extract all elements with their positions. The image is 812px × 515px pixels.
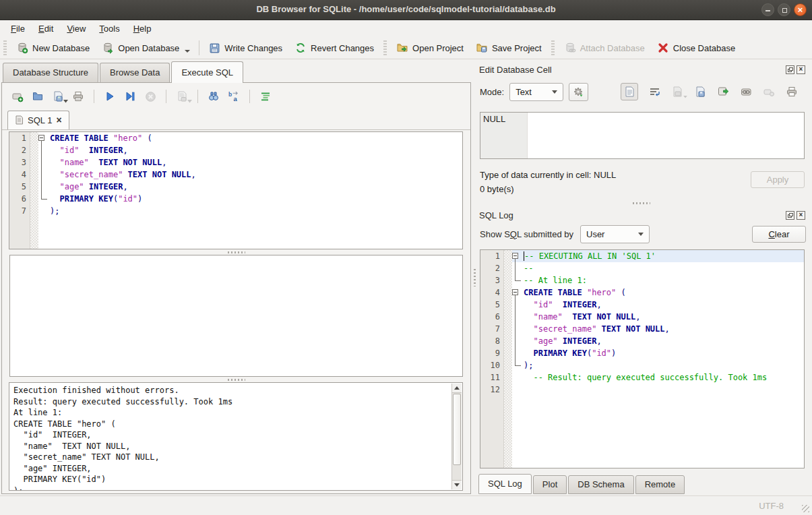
open-project-icon (396, 42, 408, 54)
close-dock-icon[interactable]: × (797, 65, 805, 74)
fold-marker (512, 335, 522, 347)
results-messages-splitter[interactable] (2, 377, 470, 382)
menu-tools[interactable]: Tools (92, 22, 126, 36)
attach-database-button: Attach Database (558, 39, 651, 57)
execute-line-button[interactable] (124, 90, 136, 102)
tab-sql-log[interactable]: SQL Log (478, 474, 532, 494)
close-button[interactable]: × (794, 3, 807, 16)
code-line: 5 "id" INTEGER, (480, 299, 804, 311)
line-number: 3 (9, 156, 30, 169)
fold-marker[interactable] (512, 286, 522, 299)
menu-file[interactable]: File (4, 22, 32, 36)
vertical-splitter[interactable] (472, 59, 477, 495)
maximize-button[interactable] (778, 3, 790, 16)
edit-cell-dock-header: Edit Database Cell × (477, 62, 806, 77)
line-number: 9 (480, 347, 504, 359)
tab-execute-sql[interactable]: Execute SQL (171, 61, 243, 83)
code-line: 1-- EXECUTING ALL IN 'SQL 1' (480, 250, 804, 262)
execute-sql-button[interactable] (104, 90, 116, 102)
execution-message-pane[interactable]: Execution finished without errors. Resul… (9, 382, 463, 491)
fold-margin (512, 384, 522, 396)
sql-file-icon (15, 115, 24, 125)
code-line: 5 "age" INTEGER, (9, 181, 462, 193)
code-line: 7 "secret_name" TEXT NOT NULL, (480, 323, 804, 335)
mode-select[interactable]: Text (509, 83, 563, 101)
tab-plot[interactable]: Plot (533, 475, 567, 494)
print-cell-icon[interactable] (785, 85, 799, 98)
float-dock-icon[interactable] (786, 211, 794, 220)
text-view-icon[interactable] (621, 83, 638, 100)
new-database-icon (16, 42, 28, 54)
revert-changes-button[interactable]: Revert Changes (288, 39, 380, 57)
sql-tab-bar: SQL 1 × (2, 110, 470, 130)
line-number: 2 (480, 262, 504, 274)
fold-margin (38, 205, 49, 217)
tab-database-structure[interactable]: Database Structure (3, 63, 98, 82)
close-database-button[interactable]: Close Database (651, 39, 742, 57)
results-grid[interactable] (9, 255, 463, 377)
line-number: 8 (480, 335, 504, 347)
resize-grip[interactable] (802, 505, 809, 512)
format-sql-icon[interactable] (259, 90, 272, 102)
find-button[interactable] (208, 90, 220, 102)
line-number: 4 (9, 169, 30, 181)
tab-remote[interactable]: Remote (635, 475, 685, 494)
save-project-button[interactable]: Save Project (470, 39, 548, 57)
cell-log-splitter[interactable] (477, 198, 806, 208)
fold-marker (38, 181, 49, 193)
open-sql-file-button[interactable] (32, 90, 44, 102)
scrollbar-thumb[interactable] (453, 394, 461, 465)
minimize-button[interactable] (761, 3, 774, 16)
cell-value-editor[interactable]: NULL (480, 112, 805, 159)
revert-changes-icon (294, 42, 307, 54)
tab-db-schema[interactable]: DB Schema (568, 475, 633, 494)
sql-1-tab[interactable]: SQL 1 × (7, 111, 69, 129)
line-number: 3 (480, 274, 504, 286)
fold-marker[interactable] (512, 250, 522, 262)
word-wrap-icon[interactable] (648, 85, 661, 98)
menu-view[interactable]: View (60, 22, 92, 36)
auto-detect-button[interactable] (569, 83, 588, 101)
editor-results-splitter[interactable] (2, 249, 470, 255)
save-sql-file-button[interactable] (52, 90, 64, 102)
close-sql-tab-icon[interactable]: × (56, 115, 61, 125)
toolbar-drag-handle[interactable] (3, 40, 7, 55)
toolbar-drag-handle[interactable] (551, 40, 555, 55)
encoding-indicator[interactable]: UTF-8 (759, 501, 784, 511)
toolbar-drag-handle[interactable] (383, 40, 387, 55)
cell-size-info: 0 byte(s) (480, 184, 751, 194)
menu-edit[interactable]: Edit (32, 22, 60, 36)
save-as-icon[interactable] (693, 85, 707, 98)
submitted-by-select[interactable]: User (580, 225, 650, 243)
open-database-button[interactable]: Open Database (96, 39, 196, 57)
line-number: 12 (480, 384, 504, 396)
scroll-down-arrow[interactable] (452, 480, 462, 489)
print-button[interactable] (72, 90, 84, 102)
open-project-button[interactable]: Open Project (390, 39, 470, 57)
write-changes-button[interactable]: Write Changes (202, 39, 288, 57)
close-dock-icon[interactable]: × (797, 211, 805, 220)
sql-log-view[interactable]: 1-- EXECUTING ALL IN 'SQL 1'2--3-- At li… (480, 249, 805, 468)
sql-editor[interactable]: 1CREATE TABLE "hero" (2 "id" INTEGER,3 "… (9, 131, 463, 249)
replace-button[interactable]: ba (228, 90, 240, 102)
messages-scrollbar[interactable] (451, 384, 462, 489)
new-database-button[interactable]: New Database (10, 39, 96, 57)
menu-help[interactable]: Help (127, 22, 158, 36)
line-number: 2 (9, 144, 30, 156)
execution-message-text: Execution finished without errors. Resul… (13, 385, 462, 491)
main-tab-bar: Database Structure Browse Data Execute S… (0, 59, 472, 82)
float-dock-icon[interactable] (786, 65, 794, 74)
fold-marker (512, 274, 522, 286)
link-icon[interactable] (739, 85, 753, 98)
open-database-icon (102, 42, 114, 54)
set-null-icon (762, 85, 776, 98)
new-sql-tab-button[interactable] (11, 90, 24, 102)
close-database-icon (657, 42, 669, 54)
clear-button[interactable]: Clear (752, 226, 806, 243)
fold-marker[interactable] (38, 132, 49, 144)
tab-browse-data[interactable]: Browse Data (100, 63, 170, 82)
export-cell-icon[interactable] (716, 85, 730, 98)
open-database-dropdown-arrow[interactable] (185, 50, 190, 53)
scroll-up-arrow[interactable] (452, 384, 462, 393)
svg-text:a: a (234, 95, 238, 102)
